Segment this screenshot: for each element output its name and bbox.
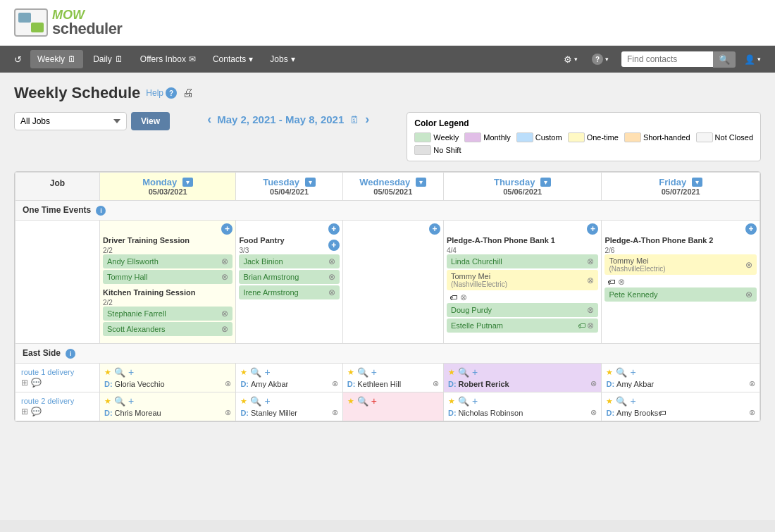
route1-monday-remove[interactable]: ⊗ [225, 379, 231, 388]
thursday-dropdown[interactable]: ▾ [540, 178, 551, 187]
route2-tuesday-star[interactable]: ★ [240, 397, 247, 406]
route2-wednesday-search[interactable]: 🔍 [357, 396, 368, 407]
find-contacts-button[interactable]: 🔍 [713, 51, 736, 68]
find-contacts-input[interactable] [621, 51, 713, 67]
mail-icon: ✉ [189, 54, 196, 64]
friday-dropdown[interactable]: ▾ [692, 178, 702, 187]
tuesday-add-event[interactable]: + [328, 223, 340, 235]
remove-doug[interactable]: ⊗ [587, 305, 594, 315]
remove-irene[interactable]: ⊗ [328, 287, 335, 297]
route1-wednesday-remove[interactable]: ⊗ [433, 379, 439, 388]
route2-wednesday-star[interactable]: ★ [347, 397, 354, 406]
route1-wednesday-star[interactable]: ★ [347, 368, 354, 377]
route2-thursday-driver-row: D: Nicholas Robinson ⊗ [448, 408, 597, 417]
route1-friday-controls: ★ 🔍 + [606, 366, 755, 378]
nav-offers-inbox[interactable]: Offers Inbox ✉ [133, 50, 203, 68]
route1-thursday-search[interactable]: 🔍 [458, 367, 469, 378]
route2-monday-remove[interactable]: ⊗ [225, 408, 231, 417]
route1-thursday-driver-row: D: Robert Rerick ⊗ [448, 379, 597, 388]
remove-tommy-hall[interactable]: ⊗ [221, 272, 228, 282]
assignee-tommy-mei-thu: Tommy Mei (NashvilleElectric) ⊗ [447, 270, 599, 290]
route1-tuesday-star[interactable]: ★ [240, 368, 247, 377]
route1-monday-plus[interactable]: + [128, 366, 134, 378]
route1-tuesday-remove[interactable]: ⊗ [332, 379, 338, 388]
settings-button[interactable]: ⚙ ▾ [558, 50, 583, 69]
assignee-stephanie-name: Stephanie Farrell [107, 309, 166, 318]
route2-monday-search[interactable]: 🔍 [114, 396, 125, 407]
remove-tommy-mei-thu[interactable]: ⊗ [587, 276, 594, 285]
route1-chat-icon[interactable]: 💬 [31, 378, 42, 388]
date-calendar-icon[interactable]: 🗓 [349, 114, 359, 125]
tuesday-dropdown[interactable]: ▾ [305, 178, 316, 187]
remove-andy[interactable]: ⊗ [221, 256, 228, 266]
prev-week-button[interactable]: ‹ [207, 112, 211, 127]
schedule-grid: Job Monday ▾ 05/03/2021 Tuesday ▾ 0 [15, 172, 760, 421]
route2-thursday-star[interactable]: ★ [448, 397, 455, 406]
kitchen-training-title: Kitchen Training Session [103, 288, 232, 297]
route1-friday-remove[interactable]: ⊗ [749, 379, 755, 388]
route1-tuesday-search[interactable]: 🔍 [250, 367, 261, 378]
route1-tuesday-cell: ★ 🔍 + D: Amy Akbar ⊗ [236, 364, 342, 392]
food-pantry-add[interactable]: + [328, 240, 340, 251]
monday-add-event[interactable]: + [221, 223, 232, 235]
remove-scott[interactable]: ⊗ [221, 324, 228, 334]
route1-friday-search[interactable]: 🔍 [616, 367, 627, 378]
nav-daily[interactable]: Daily 🗓 [86, 50, 130, 68]
route2-friday-star[interactable]: ★ [606, 397, 613, 406]
route1-wednesday-plus[interactable]: + [371, 366, 377, 378]
remove-tag-thu[interactable]: ⊗ [460, 292, 467, 302]
remove-pete[interactable]: ⊗ [745, 290, 752, 299]
friday-add-event[interactable]: + [745, 223, 757, 235]
nav-jobs[interactable]: Jobs ▾ [263, 50, 302, 68]
job-select-wrap: All Jobs View [14, 112, 170, 130]
route2-table-icon[interactable]: ⊞ [21, 407, 28, 416]
remove-tag-fri[interactable]: ⊗ [618, 277, 625, 287]
route2-friday-search[interactable]: 🔍 [616, 396, 627, 407]
route1-monday-star[interactable]: ★ [104, 368, 111, 377]
route2-friday-remove[interactable]: ⊗ [749, 408, 755, 417]
route1-tuesday-plus[interactable]: + [264, 366, 270, 378]
nav-weekly[interactable]: Weekly 🗓 [30, 50, 83, 68]
route1-table-icon[interactable]: ⊞ [21, 378, 28, 388]
route2-thursday-remove[interactable]: ⊗ [590, 408, 597, 417]
route1-wednesday-search[interactable]: 🔍 [357, 367, 368, 378]
job-select[interactable]: All Jobs [14, 112, 127, 130]
print-icon[interactable]: 🖨 [182, 87, 194, 99]
one-time-events-row: + Driver Training Session 2/2 Andy Ellsw… [16, 221, 760, 344]
route1-monday-search[interactable]: 🔍 [114, 367, 125, 378]
remove-jack[interactable]: ⊗ [328, 256, 335, 266]
route2-monday-plus[interactable]: + [128, 395, 134, 407]
user-button[interactable]: 👤 ▾ [738, 50, 767, 69]
remove-tommy-mei-fri[interactable]: ⊗ [745, 260, 752, 270]
route2-thursday-search[interactable]: 🔍 [458, 396, 469, 407]
nav-contacts[interactable]: Contacts ▾ [206, 50, 260, 68]
route2-monday-star[interactable]: ★ [104, 397, 111, 406]
route2-chat-icon[interactable]: 💬 [31, 407, 42, 416]
monday-dropdown[interactable]: ▾ [182, 178, 193, 187]
route1-thursday-star[interactable]: ★ [448, 368, 455, 377]
route1-thursday-remove[interactable]: ⊗ [590, 379, 597, 388]
col-friday-header: Friday ▾ 05/07/2021 [602, 173, 760, 201]
route2-tuesday-remove[interactable]: ⊗ [332, 408, 338, 417]
wednesday-add-event[interactable]: + [429, 223, 440, 235]
remove-brian[interactable]: ⊗ [328, 272, 335, 282]
route2-tuesday-search[interactable]: 🔍 [250, 396, 261, 407]
route2-tuesday-plus[interactable]: + [264, 395, 270, 407]
refresh-button[interactable]: ↺ [8, 50, 27, 69]
remove-stephanie[interactable]: ⊗ [221, 309, 228, 318]
next-week-button[interactable]: › [365, 112, 369, 127]
route1-thursday-plus[interactable]: + [472, 366, 478, 378]
help-button[interactable]: ? ▾ [586, 49, 614, 69]
route1-friday-plus[interactable]: + [630, 366, 636, 378]
remove-linda[interactable]: ⊗ [587, 256, 594, 266]
route2-thursday-plus[interactable]: + [472, 395, 478, 407]
help-link[interactable]: Help ? [146, 87, 177, 99]
thursday-add-event[interactable]: + [587, 223, 598, 235]
remove-estelle[interactable]: ⊗ [587, 321, 594, 330]
route2-friday-plus[interactable]: + [630, 395, 636, 407]
route1-friday-star[interactable]: ★ [606, 368, 613, 377]
route2-wednesday-plus[interactable]: + [371, 395, 377, 407]
view-button[interactable]: View [131, 112, 170, 130]
find-contacts-wrap: 🔍 [621, 51, 736, 68]
wednesday-dropdown[interactable]: ▾ [416, 178, 426, 187]
